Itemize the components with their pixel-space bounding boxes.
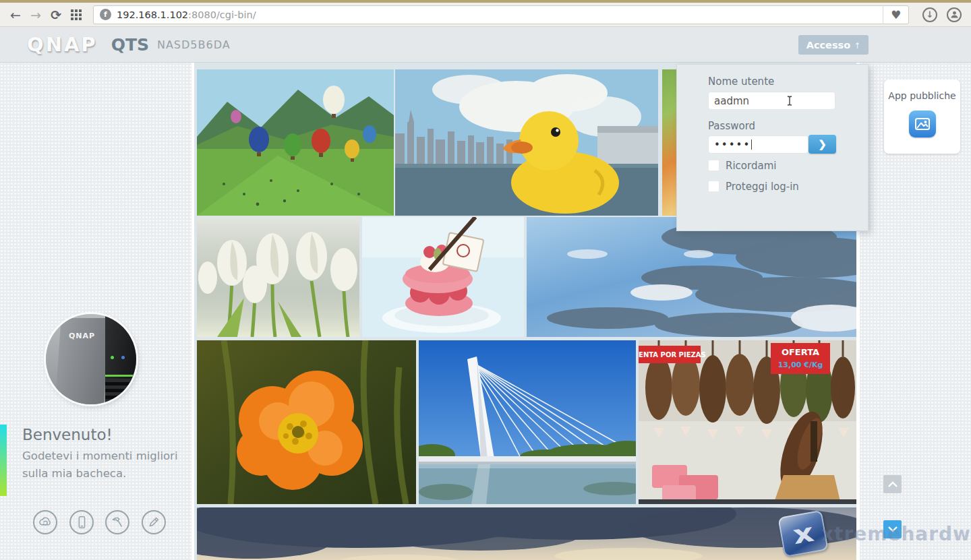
qts-login-page: ← → ⟳ f 192.168.1.102:8080/cgi-bin/ ♥ ↓ … — [0, 0, 971, 560]
browser-toolbar: ← → ⟳ f 192.168.1.102:8080/cgi-bin/ ♥ ↓ — [0, 3, 971, 27]
qnap-logo: QNAP — [27, 33, 98, 56]
caret — [751, 139, 752, 150]
refresh-icon[interactable]: ⟳ — [46, 6, 66, 24]
scroll-down-button[interactable] — [883, 520, 902, 538]
username-value: aadmn — [714, 95, 749, 107]
usb-led — [121, 356, 125, 359]
photo-balloons — [197, 69, 394, 216]
photo-station-app-icon[interactable] — [909, 111, 936, 137]
forward-icon[interactable]: → — [26, 6, 46, 24]
nas-avatar: QNAP — [46, 314, 136, 404]
svg-text:13,00 €/Kg: 13,00 €/Kg — [778, 361, 823, 369]
url-bar[interactable]: f 192.168.1.102:8080/cgi-bin/ ♥ — [93, 5, 909, 24]
photo-ham-shop: VENTA POR PIEZAS OFERTA 13,00 €/Kg — [639, 340, 856, 504]
chevron-up-icon — [888, 481, 898, 487]
accent-gradient-bar — [0, 425, 7, 496]
protect-login-checkbox[interactable] — [708, 181, 719, 192]
svg-text:VENTA POR PIEZAS: VENTA POR PIEZAS — [639, 351, 706, 359]
username-label: Nome utente — [708, 75, 774, 88]
scroll-up-button[interactable] — [883, 475, 902, 493]
photo-bridge — [419, 340, 636, 504]
remember-label[interactable]: Ricordami — [726, 160, 776, 172]
avatar-brand-label: QNAP — [69, 332, 95, 340]
profile-icon[interactable] — [947, 7, 962, 22]
person-glyph — [950, 10, 959, 19]
text-cursor-icon — [786, 95, 794, 106]
protect-login-label[interactable]: Proteggi log-in — [726, 181, 799, 193]
up-arrow-icon: ↑ — [854, 41, 860, 51]
login-panel: Nome utente aadmn Password ••••• ❯ Ricor… — [676, 64, 869, 231]
remember-checkbox[interactable] — [708, 160, 719, 171]
bookmark-heart-icon[interactable]: ♥ — [883, 5, 908, 24]
tools-icon[interactable] — [105, 510, 129, 534]
photo-sunset-panorama — [197, 507, 856, 560]
apps-grid-icon[interactable] — [66, 6, 86, 24]
device-name: NASD5B6DA — [157, 38, 231, 51]
password-value: ••••• — [714, 139, 751, 151]
public-apps-card: App pubbliche — [884, 80, 960, 154]
password-input[interactable]: ••••• — [708, 135, 808, 154]
svg-text:OFERTA: OFERTA — [782, 347, 819, 357]
chevron-down-icon — [888, 526, 898, 532]
welcome-title: Benvenuto! — [22, 426, 113, 443]
password-label: Password — [708, 120, 755, 132]
welcome-message: Godetevi i momenti migliori sulla mia ba… — [22, 447, 177, 483]
accesso-login-button[interactable]: Accesso ↑ — [798, 35, 869, 55]
downloads-icon[interactable]: ↓ — [922, 7, 937, 22]
photo-rubber-duck — [395, 69, 658, 216]
photo-macaron — [362, 217, 524, 337]
url-text: 192.168.1.102:8080/cgi-bin/ — [117, 9, 256, 20]
back-icon[interactable]: ← — [5, 6, 26, 24]
photo-clouds — [527, 217, 856, 337]
mobile-icon[interactable] — [69, 510, 94, 534]
product-name: QTS — [111, 35, 149, 55]
photo-poppy — [197, 340, 416, 504]
status-led — [111, 356, 114, 359]
photo-icon — [914, 115, 931, 133]
public-apps-title: App pubbliche — [884, 90, 960, 101]
pencil-icon[interactable] — [142, 510, 166, 534]
username-input[interactable]: aadmn — [708, 92, 835, 110]
cloud-sync-icon[interactable] — [33, 510, 57, 534]
photo-tulips — [197, 217, 359, 337]
login-submit-button[interactable]: ❯ — [808, 135, 836, 154]
site-icon: f — [100, 9, 111, 20]
